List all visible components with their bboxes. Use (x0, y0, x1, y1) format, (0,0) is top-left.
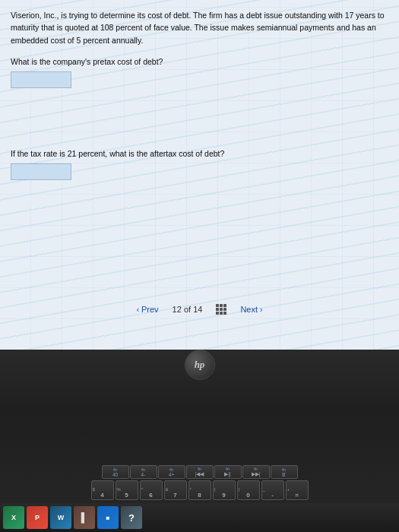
help-button[interactable]: ? (121, 506, 142, 529)
fn-key-plus[interactable]: fn 4+ (158, 465, 185, 479)
navigation-bar: ‹ Prev 12 of 14 Next › (0, 298, 399, 321)
fn-key-next[interactable]: fn ▶▶| (242, 465, 270, 479)
page-info: 12 of 14 (173, 305, 203, 314)
key-9[interactable]: ( 9 (213, 480, 236, 500)
keyboard-area: fn 40 fn 4- fn 4+ fn |◀◀ fn ▶|| fn ▶▶| f… (0, 380, 399, 503)
fn-key-row: fn 40 fn 4- fn 4+ fn |◀◀ fn ▶|| fn ▶▶| f… (102, 465, 298, 479)
photo-button[interactable]: ▌ (74, 506, 95, 529)
key-5[interactable]: % 5 (116, 480, 138, 500)
key-minus[interactable]: _ - (261, 480, 284, 500)
powerpoint-button[interactable]: P (27, 506, 48, 529)
question1-label: What is the company's pretax cost of deb… (11, 57, 388, 66)
fn-key-40[interactable]: fn 40 (102, 465, 129, 479)
next-chevron-icon: › (260, 306, 262, 314)
fn-key-play[interactable]: fn ▶|| (214, 465, 242, 479)
key-7[interactable]: & 7 (164, 480, 187, 500)
excel-icon: X (11, 514, 16, 521)
next-link[interactable]: Next › (240, 305, 262, 314)
page-total: 14 (193, 305, 202, 314)
page-separator: of (184, 305, 193, 314)
blue-app-icon: ■ (106, 515, 110, 521)
blue-app-button[interactable]: ■ (97, 506, 119, 529)
number-key-row: $ 4 % 5 ^ 6 & 7 * 8 ( 9 ) 0 _ - (91, 480, 309, 500)
word-button[interactable]: W (50, 506, 71, 529)
hp-logo: hp (185, 350, 215, 380)
ppt-icon: P (35, 514, 40, 521)
fn-key-minus[interactable]: fn 4- (130, 465, 157, 479)
key-8[interactable]: * 8 (188, 480, 211, 500)
word-icon: W (58, 514, 65, 521)
problem-text: Viserion, Inc., is trying to determine i… (11, 9, 388, 46)
grid-icon[interactable] (216, 304, 226, 315)
next-label: Next (240, 305, 258, 314)
key-6[interactable]: ^ 6 (140, 480, 163, 500)
key-0[interactable]: ) 0 (237, 480, 260, 500)
page-current: 12 (173, 305, 182, 314)
taskbar: X P W ▌ ■ ? (0, 503, 399, 532)
fn-key-B[interactable]: fn B (271, 465, 298, 479)
answer-input-1[interactable] (11, 71, 71, 88)
photo-icon: ▌ (81, 512, 88, 523)
hp-logo-area: hp (185, 350, 215, 380)
question2-section: If the tax rate is 21 percent, what is t… (11, 149, 388, 180)
answer-input-2[interactable] (11, 163, 71, 180)
help-icon: ? (128, 512, 135, 524)
key-equals[interactable]: + = (286, 480, 309, 500)
question2-label: If the tax rate is 21 percent, what is t… (11, 149, 388, 158)
screen: Viserion, Inc., is trying to determine i… (0, 0, 399, 350)
question1-section: What is the company's pretax cost of deb… (11, 57, 388, 88)
prev-chevron-icon: ‹ (137, 306, 139, 314)
key-4[interactable]: $ 4 (91, 480, 114, 500)
prev-label: Prev (141, 305, 159, 314)
fn-key-prev[interactable]: fn |◀◀ (186, 465, 214, 479)
prev-link[interactable]: ‹ Prev (137, 305, 159, 314)
excel-button[interactable]: X (3, 506, 24, 529)
